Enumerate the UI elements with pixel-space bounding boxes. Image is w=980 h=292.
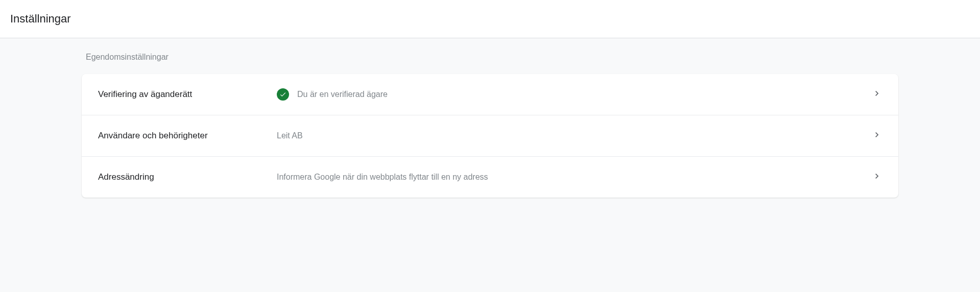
chevron-right-icon [872, 130, 882, 142]
content-area: Egendomsinställningar Verifiering av äga… [0, 38, 980, 292]
row-value: Du är en verifierad ägare [277, 88, 872, 101]
row-users-permissions[interactable]: Användare och behörigheter Leit AB [82, 115, 898, 157]
check-circle-icon [277, 88, 289, 101]
row-ownership-verification[interactable]: Verifiering av äganderätt Du är en verif… [82, 74, 898, 115]
row-value-text: Du är en verifierad ägare [297, 90, 388, 99]
row-label: Verifiering av äganderätt [98, 89, 277, 100]
row-label: Användare och behörigheter [98, 131, 277, 141]
row-address-change[interactable]: Adressändring Informera Google när din w… [82, 157, 898, 198]
chevron-right-icon [872, 88, 882, 101]
row-value: Leit AB [277, 131, 872, 140]
chevron-right-icon [872, 171, 882, 183]
page-header: Inställningar [0, 0, 980, 38]
row-value-text: Leit AB [277, 131, 303, 140]
row-value: Informera Google när din webbplats flytt… [277, 173, 872, 182]
row-value-text: Informera Google när din webbplats flytt… [277, 173, 488, 182]
settings-card: Verifiering av äganderätt Du är en verif… [82, 74, 898, 198]
section-title: Egendomsinställningar [82, 53, 898, 62]
page-title: Inställningar [10, 12, 970, 26]
row-label: Adressändring [98, 172, 277, 182]
